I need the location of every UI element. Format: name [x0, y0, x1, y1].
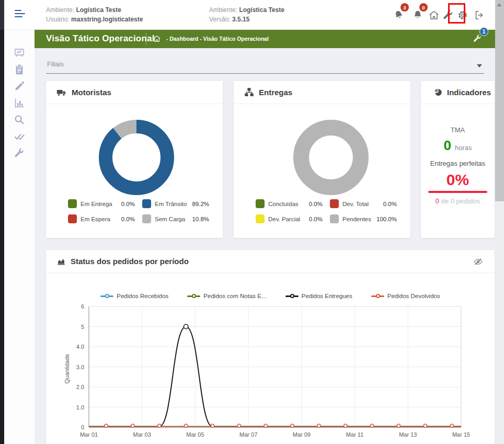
data-point-marker — [264, 424, 267, 427]
sidebar-item-bar-chart-icon[interactable] — [14, 97, 25, 109]
sidebar-item-tools-wrench-icon[interactable] — [14, 147, 25, 159]
sidebar-item-search-icon[interactable] — [14, 114, 25, 126]
data-point-marker — [105, 424, 108, 427]
sidebar — [4, 30, 35, 444]
svg-text:2.0: 2.0 — [76, 384, 84, 390]
motoristas-card: Motoristas Em Entrega0.0%Em Trânsito89.2… — [46, 81, 223, 238]
svg-text:Mar 11: Mar 11 — [346, 431, 363, 438]
legend-label: Dev. Total — [342, 201, 380, 207]
entregas-card-header: Entregas — [234, 81, 410, 104]
alert-count-badge: 3 — [400, 3, 409, 12]
legend-percent: 89.2% — [192, 201, 209, 207]
breadcrumb-home-icon[interactable] — [153, 35, 161, 45]
series-line — [89, 327, 461, 427]
data-point-marker — [184, 324, 188, 328]
chart-legend: Pedidos RecebidosPedidos com Notas E...P… — [46, 293, 495, 299]
breadcrumb: - Dashboard - Visão Tático Operacional — [166, 36, 269, 42]
legend-color-swatch — [68, 199, 77, 208]
legend-color-swatch — [256, 214, 265, 223]
legend-item: Em Entrega0.0% — [68, 199, 142, 208]
legend-label: Em Espera — [81, 216, 118, 222]
legend-item: Sem Carga10.8% — [142, 214, 216, 223]
chart-legend-item[interactable]: Pedidos com Notas E... — [187, 293, 266, 299]
legend-item: Dev. Parcial0.0% — [256, 214, 330, 223]
data-point-marker — [450, 424, 453, 427]
entregas-legend: Concluídas0.0%Dev. Total0.0%Dev. Parcial… — [256, 199, 404, 223]
motoristas-donut-chart — [92, 111, 181, 200]
svg-text:Mar 03: Mar 03 — [133, 431, 151, 438]
logout-icon[interactable] — [474, 9, 485, 21]
status-pedidos-card: Status dos pedidos por período Pedidos R… — [46, 250, 495, 444]
pedidos-summary: 0 de 0 pedidos — [421, 197, 495, 205]
donut-segment — [301, 128, 361, 187]
svg-text:0: 0 — [81, 424, 84, 430]
filiais-label: Filiais — [47, 61, 64, 68]
indicadores-card-header: Indicadores — [421, 81, 495, 104]
series-marker-icon — [285, 295, 299, 297]
data-point-marker — [158, 424, 161, 427]
legend-label: Dev. Parcial — [268, 216, 305, 222]
scrollbar-thumb[interactable] — [495, 0, 504, 201]
legend-label: Em Entrega — [81, 201, 118, 207]
entregas-perfeitas-value: 0% — [421, 171, 495, 189]
legend-label: Concluídas — [268, 201, 305, 207]
legend-percent: 10.8% — [192, 216, 209, 222]
entregas-perfeitas-label: Entregas perfeitas — [421, 160, 495, 167]
data-point-marker — [371, 424, 374, 427]
chart-legend-item[interactable]: Pedidos Entregues — [285, 293, 352, 299]
wrench-icon[interactable] — [442, 9, 454, 21]
home-icon[interactable] — [428, 9, 440, 21]
usuario-value: maxstring.logisticateste — [71, 16, 143, 23]
titlebar-tools-icon[interactable] — [473, 34, 482, 43]
ambiente-value: Logística Teste — [76, 6, 121, 14]
settings-gear-icon[interactable] — [457, 9, 468, 21]
chart-legend-item[interactable]: Pedidos Devolvidos — [371, 293, 440, 299]
dashboard-page: { "header": { "ambiente_label": "Ambient… — [0, 0, 504, 444]
svg-text:3.0: 3.0 — [76, 364, 84, 370]
page-titlebar: Visão Tático Operacional - Dashboard - V… — [35, 30, 495, 48]
tools-count-badge: 1 — [479, 27, 488, 36]
scrollbar-up-arrow-icon[interactable] — [497, 3, 501, 6]
eye-off-icon[interactable] — [473, 257, 483, 267]
legend-color-swatch — [256, 199, 265, 208]
usuario-label: Usuário: — [46, 16, 70, 23]
sidebar-item-double-check-icon[interactable] — [14, 131, 25, 142]
sidebar-item-edit-pencil-icon[interactable] — [14, 81, 25, 92]
svg-text:6: 6 — [81, 303, 84, 310]
ambiente2-value: Logística Teste — [239, 6, 284, 14]
svg-text:Mar 05: Mar 05 — [186, 431, 204, 438]
legend-percent: 0.0% — [309, 201, 323, 207]
tma-value: 0 horas — [421, 138, 495, 154]
series-name: Pedidos Devolvidos — [387, 293, 440, 299]
series-name: Pedidos Recebidos — [117, 293, 168, 299]
chevron-down-icon — [477, 64, 482, 67]
area-chart-icon — [56, 257, 66, 266]
svg-text:Mar 07: Mar 07 — [239, 431, 257, 438]
indicadores-card: Indicadores TMA 0 horas Entregas perfeit… — [421, 81, 495, 238]
svg-text:Mar 15: Mar 15 — [452, 431, 470, 438]
perfeitas-underline — [428, 191, 487, 193]
chart-legend-item[interactable]: Pedidos Recebidos — [100, 293, 168, 299]
legend-percent: 0.0% — [309, 216, 323, 222]
sidebar-item-performance-board-icon[interactable] — [14, 47, 25, 59]
versao-value: 3.5.15 — [232, 16, 249, 23]
sidebar-item-clipboard-icon[interactable] — [14, 64, 25, 75]
titlebar-divider — [146, 33, 146, 45]
environment-info: Ambiente: Logística Teste Usuário: maxst… — [46, 5, 143, 24]
donut-segment — [106, 127, 167, 188]
motoristas-card-title: Motoristas — [72, 88, 111, 97]
status-line-chart: 01.02.03.04.056Mar 01Mar 03Mar 05Mar 07M… — [62, 300, 480, 442]
legend-color-swatch — [330, 214, 339, 223]
menu-toggle-icon[interactable] — [15, 10, 26, 18]
data-point-marker — [185, 424, 188, 427]
series-marker-icon — [371, 295, 384, 297]
legend-label: Sem Carga — [155, 216, 188, 222]
version-info: Ambiente: Logística Teste Versão: 3.5.15 — [209, 5, 284, 24]
data-point-marker — [344, 424, 347, 427]
pie-chart-icon — [433, 88, 442, 97]
series-name: Pedidos Entregues — [302, 293, 352, 299]
svg-text:4.0: 4.0 — [76, 344, 84, 350]
indicadores-card-title: Indicadores — [447, 88, 491, 97]
filiais-select[interactable]: Filiais — [46, 58, 484, 74]
data-point-marker — [423, 424, 427, 427]
